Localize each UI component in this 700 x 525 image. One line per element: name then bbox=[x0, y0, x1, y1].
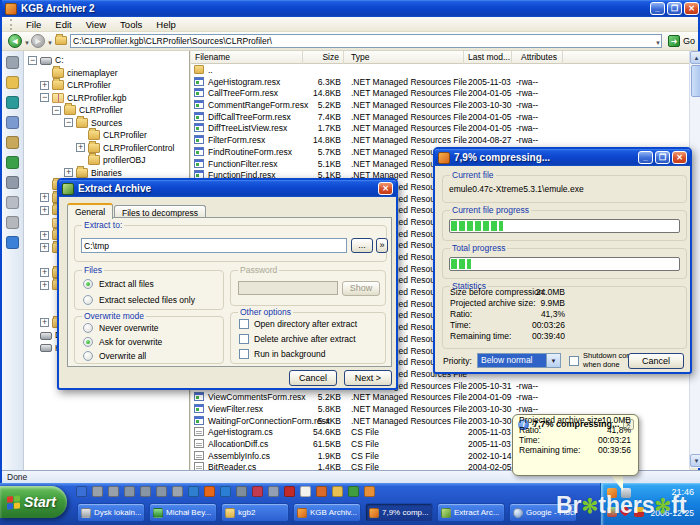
extract-cancel-button[interactable]: Cancel bbox=[289, 370, 337, 386]
progress-cancel-button[interactable]: Cancel bbox=[628, 353, 684, 369]
menu-item[interactable]: View bbox=[79, 18, 113, 31]
address-dropdown-icon[interactable]: ▼ bbox=[655, 40, 661, 46]
kgb-archiver-icon[interactable] bbox=[364, 486, 375, 497]
copy-icon[interactable] bbox=[6, 116, 19, 129]
radio-overwrite-all-label[interactable]: Overwrite all bbox=[99, 351, 146, 361]
favorites-icon[interactable] bbox=[6, 96, 19, 109]
priority-select[interactable]: Below normal bbox=[477, 353, 547, 368]
tree-expander-icon[interactable] bbox=[52, 106, 61, 115]
start-button[interactable]: Start bbox=[0, 486, 67, 518]
radio-extract-selected-label[interactable]: Extract selected files only bbox=[99, 295, 195, 305]
scrollbar-thumb[interactable] bbox=[691, 65, 700, 97]
compress-icon[interactable] bbox=[6, 56, 19, 69]
progress-maximize-button[interactable]: ❐ bbox=[655, 151, 670, 164]
checkbox-open-directory[interactable] bbox=[239, 319, 249, 329]
file-row[interactable]: FilterForm.resx 14.8KB .NET Managed Reso… bbox=[191, 134, 689, 146]
media-player-icon[interactable] bbox=[252, 486, 263, 497]
taskbar-button[interactable]: Extract Arc... bbox=[437, 503, 505, 522]
radio-never-overwrite[interactable] bbox=[83, 323, 93, 333]
tree-expander-icon[interactable] bbox=[40, 81, 49, 90]
web-icon[interactable] bbox=[6, 156, 19, 169]
tree-item[interactable]: Sources bbox=[24, 117, 189, 130]
tree-expander-icon[interactable] bbox=[40, 181, 49, 190]
extract-dialog-titlebar[interactable]: Extract Archive ✕ bbox=[59, 180, 396, 197]
file-row[interactable]: .. bbox=[191, 64, 689, 76]
checkbox-shutdown[interactable] bbox=[569, 356, 579, 366]
tree-expander-icon[interactable] bbox=[40, 206, 49, 215]
minimize-button[interactable]: _ bbox=[650, 2, 665, 15]
menu-item[interactable]: Tools bbox=[113, 18, 149, 31]
go-icon[interactable]: ➜ bbox=[668, 35, 680, 47]
back-dropdown-icon[interactable]: ▼ bbox=[24, 40, 30, 46]
column-header-lastmod[interactable]: Last mod... bbox=[464, 51, 512, 64]
checkbox-open-directory-label[interactable]: Open directory after extract bbox=[254, 319, 357, 329]
folder-up-icon[interactable] bbox=[55, 36, 67, 45]
shortcut-icon[interactable] bbox=[108, 486, 119, 497]
scroll-up-icon[interactable]: ▲ bbox=[690, 51, 700, 64]
tree-expander-icon[interactable] bbox=[40, 68, 49, 77]
tree-item[interactable]: CLRProfilerControl bbox=[24, 142, 189, 155]
file-row[interactable]: DiffCallTreeForm.resx 7.4KB .NET Managed… bbox=[191, 111, 689, 123]
extract-close-button[interactable]: ✕ bbox=[378, 182, 393, 195]
internet-icon[interactable] bbox=[220, 486, 231, 497]
window-titlebar[interactable]: KGB Archiver 2 _ ❐ ✕ bbox=[2, 0, 700, 17]
settings-icon[interactable] bbox=[6, 176, 19, 189]
go-button[interactable]: Go bbox=[683, 36, 695, 46]
extract-next-button[interactable]: Next > bbox=[344, 370, 392, 386]
tab-general[interactable]: General bbox=[67, 203, 113, 219]
radio-extract-selected[interactable] bbox=[83, 295, 93, 305]
tree-expander-icon[interactable] bbox=[64, 118, 73, 127]
radio-ask-overwrite[interactable] bbox=[83, 337, 93, 347]
file-row[interactable]: AgeHistogram.resx 6.3KB .NET Managed Res… bbox=[191, 76, 689, 88]
tree-expander-icon[interactable] bbox=[40, 243, 49, 252]
extract-path-input[interactable] bbox=[81, 238, 347, 253]
tree-expander-icon[interactable] bbox=[40, 281, 49, 290]
notepad-icon[interactable] bbox=[300, 486, 311, 497]
tree-expander-icon[interactable] bbox=[40, 268, 49, 277]
progress-close-button[interactable]: ✕ bbox=[672, 151, 687, 164]
internet-explorer-icon[interactable] bbox=[76, 486, 87, 497]
column-header-type[interactable]: Type bbox=[344, 51, 464, 64]
checkbox-delete-archive[interactable] bbox=[239, 334, 249, 344]
tree-item[interactable]: CLRProfiler bbox=[24, 104, 189, 117]
file-row[interactable]: CommentRangeForm.resx 5.2KB .NET Managed… bbox=[191, 99, 689, 111]
progress-minimize-button[interactable]: _ bbox=[638, 151, 653, 164]
tree-expander-icon[interactable] bbox=[40, 231, 49, 240]
taskbar-button[interactable]: kgb2 bbox=[221, 503, 289, 522]
file-row[interactable]: ViewCommentsForm.resx 5.2KB .NET Managed… bbox=[191, 391, 689, 403]
checkbox-shutdown-label-line2[interactable]: when done bbox=[583, 360, 620, 369]
close-button[interactable]: ✕ bbox=[684, 2, 699, 15]
tree-item[interactable]: CLRProfiler.kgb bbox=[24, 92, 189, 105]
forward-dropdown-icon[interactable]: ▼ bbox=[47, 40, 53, 46]
tree-expander-icon[interactable] bbox=[28, 56, 37, 65]
restore-button[interactable]: ❐ bbox=[667, 2, 682, 15]
taskbar-button[interactable]: Michał Bey... bbox=[149, 503, 217, 522]
paste-icon[interactable] bbox=[6, 136, 19, 149]
tree-item[interactable]: CLRProfiler bbox=[24, 79, 189, 92]
taskbar-button[interactable]: KGB Archiv... bbox=[293, 503, 361, 522]
taskbar-button[interactable]: 7,9% comp... bbox=[365, 503, 433, 522]
shortcut-icon[interactable] bbox=[172, 486, 183, 497]
info-icon[interactable] bbox=[6, 236, 19, 249]
address-input[interactable] bbox=[70, 34, 662, 48]
progress-dialog-titlebar[interactable]: 7,9% compressing... _ ❐ ✕ bbox=[435, 149, 690, 166]
checkbox-run-background-label[interactable]: Run in background bbox=[254, 349, 325, 359]
open-archive-icon[interactable] bbox=[6, 76, 19, 89]
menu-item[interactable]: Help bbox=[149, 18, 183, 31]
checkbox-delete-archive-label[interactable]: Delete archive after extract bbox=[254, 334, 356, 344]
file-row[interactable]: DiffTreeListView.resx 1.7KB .NET Managed… bbox=[191, 122, 689, 134]
abort-icon[interactable] bbox=[6, 216, 19, 229]
graphics-editor-icon[interactable] bbox=[348, 486, 359, 497]
tree-expander-icon[interactable] bbox=[76, 131, 85, 140]
tree-expander-icon[interactable] bbox=[40, 318, 49, 327]
winamp-icon[interactable] bbox=[316, 486, 327, 497]
radio-extract-all-files[interactable] bbox=[83, 279, 93, 289]
tree-expander-icon[interactable] bbox=[28, 343, 37, 352]
network-icon[interactable] bbox=[236, 486, 247, 497]
file-row[interactable]: CallTreeForm.resx 14.8KB .NET Managed Re… bbox=[191, 87, 689, 99]
user-icon[interactable] bbox=[124, 486, 135, 497]
tree-item[interactable]: profilerOBJ bbox=[24, 154, 189, 167]
radio-never-label[interactable]: Never overwrite bbox=[99, 323, 159, 333]
folder-icon[interactable] bbox=[332, 486, 343, 497]
menu-item[interactable]: File bbox=[19, 18, 48, 31]
